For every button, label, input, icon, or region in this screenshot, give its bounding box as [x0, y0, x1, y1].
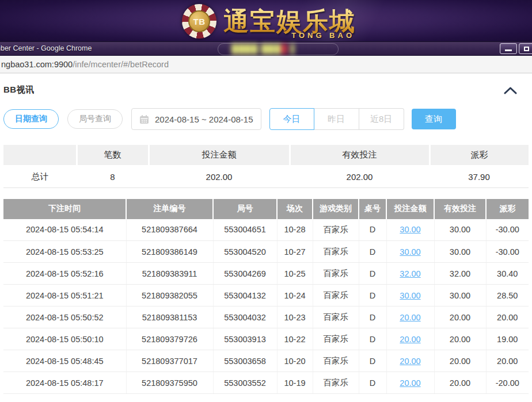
round-no-cell: 553004651: [213, 219, 277, 241]
bet-id-cell: 521809375950: [126, 372, 213, 394]
payout-cell: 20.00: [486, 307, 529, 328]
table-no-cell: D: [359, 328, 386, 350]
url-text: ngbao31.com:9900/infe/mcenter/#/betRecor…: [0, 60, 169, 69]
round-no-cell: 553003913: [213, 328, 277, 350]
table-no-cell: D: [359, 219, 386, 241]
bet-amount-link[interactable]: 30.00: [400, 291, 420, 300]
bet-id-cell: 521809387664: [126, 219, 213, 241]
bet-time-cell: 2024-08-15 05:52:16: [3, 263, 126, 285]
table-row: 2024-08-15 05:48:17521809375950553003552…: [3, 372, 529, 394]
bet-amount-link[interactable]: 20.00: [400, 357, 420, 366]
section-title: BB视讯: [3, 85, 35, 95]
game-type-cell: 百家乐: [313, 263, 359, 285]
bet-amount-cell: 20.00: [386, 350, 434, 372]
table-no-cell: D: [359, 350, 386, 372]
summary-bet-amount: 202.00: [149, 166, 290, 187]
round-no-cell: 553003552: [213, 372, 277, 394]
minimize-button[interactable]: [500, 43, 517, 54]
window-titlebar: nber Center - Google Chrome ████ ████▐: [0, 41, 532, 56]
url-domain: ngbao31.com:9900: [1, 60, 73, 69]
session-cell: 10-19: [277, 372, 313, 394]
col-header-bet-amount: 投注金额: [386, 199, 434, 219]
session-cell: 10-20: [277, 350, 313, 372]
today-button[interactable]: 今日: [269, 108, 314, 130]
search-button[interactable]: 查询: [412, 109, 456, 129]
url-path: /infe/mcenter/#/betRecord: [73, 60, 169, 69]
maximize-button[interactable]: [519, 43, 532, 54]
col-header-table-no: 桌号: [359, 199, 386, 219]
table-row: 2024-08-15 05:52:16521809383911553004269…: [3, 263, 529, 285]
session-cell: 10-22: [277, 328, 313, 350]
bet-time-cell: 2024-08-15 05:51:21: [3, 285, 126, 307]
session-cell: 10-23: [277, 307, 313, 328]
bet-amount-link[interactable]: 30.00: [400, 225, 420, 234]
payout-cell: 20.00: [486, 350, 529, 372]
summary-header-blank: [3, 145, 77, 166]
date-query-tab[interactable]: 日期查询: [3, 109, 59, 129]
valid-bet-cell: 20.00: [434, 372, 486, 394]
col-header-game-type: 游戏类别: [313, 199, 359, 219]
bet-amount-link[interactable]: 30.00: [400, 247, 420, 256]
date-range-input[interactable]: 2024-08-15 ~ 2024-08-15: [131, 108, 261, 130]
valid-bet-cell: 30.00: [434, 285, 486, 307]
bet-id-cell: 521809377017: [126, 350, 213, 372]
address-bar[interactable]: ngbao31.com:9900/infe/mcenter/#/betRecor…: [0, 56, 532, 74]
summary-count: 8: [77, 166, 149, 187]
bet-amount-link[interactable]: 20.00: [400, 335, 420, 344]
bet-amount-cell: 20.00: [386, 372, 434, 394]
summary-table: 笔数 投注金额 有效投注 派彩 总计 8 202.00 202.00 37.90: [3, 145, 529, 188]
summary-header-count: 笔数: [77, 145, 149, 166]
round-no-cell: 553004520: [213, 241, 277, 263]
bet-table-header-row: 下注时间 注单编号 局号 场次 游戏类别 桌号 投注金额 有效投注 派彩: [3, 199, 529, 219]
summary-header-valid-bet: 有效投注: [290, 145, 430, 166]
collapse-chevron-icon[interactable]: [504, 86, 517, 94]
bet-amount-cell: 30.00: [386, 285, 434, 307]
redacted-segment: ████: [231, 44, 259, 53]
bet-id-cell: 521809386149: [126, 241, 213, 263]
yesterday-button[interactable]: 昨日: [314, 108, 359, 130]
col-header-bet-id: 注单编号: [126, 199, 213, 219]
bet-amount-cell: 30.00: [386, 241, 434, 263]
bet-amount-cell: 32.00: [386, 263, 434, 285]
round-no-cell: 553003658: [213, 350, 277, 372]
col-header-bet-time: 下注时间: [3, 199, 126, 219]
brand-banner: TB 通宝娱乐城 TONG BAO: [0, 0, 532, 41]
table-no-cell: D: [359, 307, 386, 328]
bet-record-table: 下注时间 注单编号 局号 场次 游戏类别 桌号 投注金额 有效投注 派彩 202…: [3, 199, 529, 395]
session-cell: 10-27: [277, 241, 313, 263]
valid-bet-cell: 20.00: [434, 328, 486, 350]
last-8-days-button[interactable]: 近8日: [359, 108, 404, 130]
bet-id-cell: 521809379726: [126, 328, 213, 350]
bet-amount-link[interactable]: 32.00: [400, 269, 420, 278]
summary-header-row: 笔数 投注金额 有效投注 派彩: [3, 145, 529, 166]
payout-cell: -30.00: [486, 241, 529, 263]
bet-time-cell: 2024-08-15 05:54:14: [3, 219, 126, 241]
col-header-round-no: 局号: [213, 199, 277, 219]
bet-amount-cell: 30.00: [386, 219, 434, 241]
bet-time-cell: 2024-08-15 05:48:45: [3, 350, 126, 372]
bet-amount-link[interactable]: 20.00: [400, 313, 420, 322]
filter-toolbar: 日期查询 局号查询 2024-08-15 ~ 2024-08-15 今日 昨日 …: [3, 108, 529, 130]
session-cell: 10-24: [277, 285, 313, 307]
date-range-value: 2024-08-15 ~ 2024-08-15: [155, 114, 253, 124]
table-no-cell: D: [359, 263, 386, 285]
bet-table-body: 2024-08-15 05:54:14521809387664553004651…: [3, 219, 529, 394]
summary-total-label: 总计: [3, 166, 77, 187]
brand-title-en: TONG BAO: [291, 31, 355, 40]
table-no-cell: D: [359, 241, 386, 263]
table-no-cell: D: [359, 372, 386, 394]
payout-cell: 30.40: [486, 263, 529, 285]
quick-range-group: 今日 昨日 近8日: [269, 108, 404, 130]
round-query-tab[interactable]: 局号查询: [67, 109, 123, 129]
bet-amount-cell: 20.00: [386, 328, 434, 350]
bet-record-page: BB视讯 日期查询 局号查询 2024-08-15 ~ 2024-08-15: [0, 75, 532, 402]
table-row: 2024-08-15 05:50:52521809381153553004032…: [3, 307, 529, 328]
payout-cell: -20.00: [486, 372, 529, 394]
poker-chip-icon: TB: [182, 4, 216, 39]
summary-header-bet-amount: 投注金额: [149, 145, 290, 166]
payout-cell: 19.00: [486, 328, 529, 350]
game-type-cell: 百家乐: [313, 219, 359, 241]
round-no-cell: 553004269: [213, 263, 277, 285]
valid-bet-cell: 30.00: [434, 219, 486, 241]
bet-amount-link[interactable]: 20.00: [400, 378, 420, 388]
